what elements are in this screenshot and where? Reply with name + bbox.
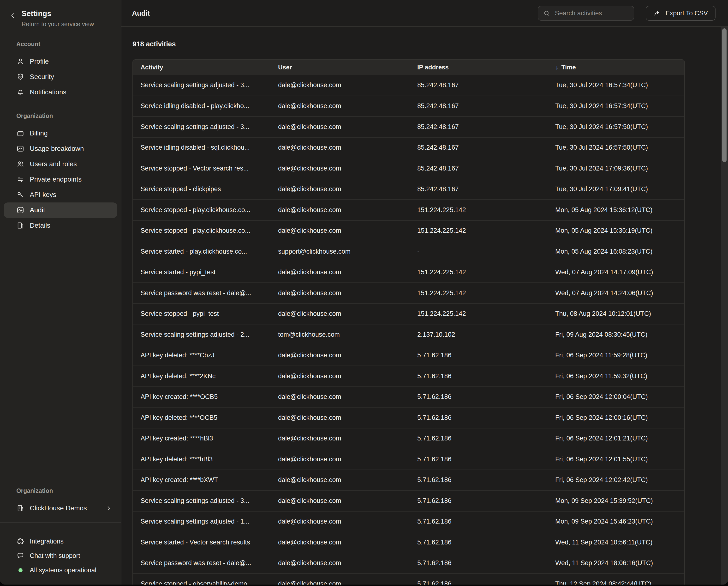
cell-activity: API key created: ****bXWT bbox=[133, 476, 270, 484]
cell-user: dale@clickhouse.com bbox=[270, 81, 410, 89]
column-header-label: User bbox=[278, 64, 292, 71]
sidebar-item-details[interactable]: Details bbox=[4, 218, 117, 233]
table-row[interactable]: API key deleted: ****CbzJdale@clickhouse… bbox=[133, 345, 684, 366]
sidebar-item-label: Usage breakdown bbox=[30, 145, 84, 152]
cell-time: Tue, 30 Jul 2024 16:57:50(UTC) bbox=[548, 144, 684, 151]
table-row[interactable]: API key deleted: ****hBl3dale@clickhouse… bbox=[133, 449, 684, 469]
table-row[interactable]: Service stopped - play.clickhouse.co...d… bbox=[133, 199, 684, 220]
table-row[interactable]: Service scaling settings adjusted - 3...… bbox=[133, 116, 684, 137]
table-row[interactable]: Service started - pypi_testdale@clickhou… bbox=[133, 262, 684, 283]
sidebar-item-label: Private endpoints bbox=[30, 175, 82, 183]
cell-activity: Service password was reset - dale@... bbox=[133, 559, 270, 567]
sidebar-item-profile[interactable]: Profile bbox=[4, 54, 117, 69]
sidebar-item-label: Notifications bbox=[30, 89, 67, 96]
cell-time: Wed, 11 Sep 2024 10:56:11(UTC) bbox=[548, 539, 684, 546]
sidebar-item-audit[interactable]: Audit bbox=[4, 202, 117, 218]
cell-user: dale@clickhouse.com bbox=[270, 456, 410, 463]
cell-activity: Service started - pypi_test bbox=[133, 269, 270, 276]
sidebar-item-chat-with-support[interactable]: Chat with support bbox=[4, 548, 117, 563]
column-header-time[interactable]: ↓Time bbox=[548, 64, 684, 71]
sidebar-section-label-organization: Organization bbox=[16, 488, 121, 494]
sidebar-item-private-endpoints[interactable]: Private endpoints bbox=[4, 172, 117, 187]
sidebar-item-notifications[interactable]: Notifications bbox=[4, 84, 117, 100]
cell-time: Mon, 09 Sep 2024 15:39:52(UTC) bbox=[548, 497, 684, 505]
cell-activity: Service stopped - observability-demo bbox=[133, 580, 270, 585]
table-row[interactable]: Service stopped - clickpipesdale@clickho… bbox=[133, 179, 684, 200]
cell-time: Mon, 09 Sep 2024 15:46:23(UTC) bbox=[548, 518, 684, 525]
vertical-scrollbar-track[interactable] bbox=[721, 27, 728, 585]
table-row[interactable]: Service started - play.clickhouse.co...s… bbox=[133, 241, 684, 262]
sidebar-spacer bbox=[0, 233, 121, 475]
table-row[interactable]: Service idling disabled - play.clickho..… bbox=[133, 96, 684, 117]
table-row[interactable]: Service scaling settings adjusted - 3...… bbox=[133, 490, 684, 511]
cell-user: dale@clickhouse.com bbox=[270, 227, 410, 235]
table-row[interactable]: API key created: ****hBl3dale@clickhouse… bbox=[133, 428, 684, 449]
cell-ip: 151.224.225.142 bbox=[410, 289, 548, 297]
table-row[interactable]: Service started - Vector search resultsd… bbox=[133, 532, 684, 553]
column-header-ip[interactable]: IP address bbox=[410, 64, 548, 71]
page-header: Audit Export To CSV bbox=[122, 0, 728, 27]
activities-count: 918 activities bbox=[132, 40, 728, 48]
table-row[interactable]: API key deleted: ****OCB5dale@clickhouse… bbox=[133, 407, 684, 428]
cell-ip: 2.137.10.102 bbox=[410, 331, 548, 338]
cell-user: dale@clickhouse.com bbox=[270, 165, 410, 172]
table-row[interactable]: Service password was reset - dale@...dal… bbox=[133, 283, 684, 303]
cell-ip: 85.242.48.167 bbox=[410, 123, 548, 131]
sidebar-item-usage-breakdown[interactable]: Usage breakdown bbox=[4, 141, 117, 156]
sidebar-item-integrations[interactable]: Integrations bbox=[4, 534, 117, 548]
table-row[interactable]: Service scaling settings adjusted - 1...… bbox=[133, 511, 684, 532]
chart-icon bbox=[16, 145, 24, 153]
puzzle-icon bbox=[16, 537, 24, 545]
cell-time: Fri, 06 Sep 2024 12:01:21(UTC) bbox=[548, 435, 684, 442]
search-input[interactable] bbox=[554, 9, 629, 17]
cell-time: Thu, 08 Aug 2024 10:12:01(UTC) bbox=[548, 310, 684, 317]
org-switcher-clickhouse-demos[interactable]: ClickHouse Demos bbox=[4, 500, 117, 516]
sidebar-item-label: Profile bbox=[30, 58, 49, 65]
table-row[interactable]: API key created: ****OCB5dale@clickhouse… bbox=[133, 386, 684, 407]
sidebar-item-billing[interactable]: Billing bbox=[4, 126, 117, 141]
sidebar-item-system-status[interactable]: All systems operational bbox=[4, 563, 117, 577]
sidebar-item-api-keys[interactable]: API keys bbox=[4, 187, 117, 202]
sidebar-section-label: Organization bbox=[16, 113, 121, 119]
column-header-user[interactable]: User bbox=[270, 64, 410, 71]
return-to-service-link[interactable]: Return to your service view bbox=[22, 21, 114, 27]
vertical-scrollbar-thumb[interactable] bbox=[722, 28, 727, 162]
cell-ip: 85.242.48.167 bbox=[410, 81, 548, 89]
table-row[interactable]: Service scaling settings adjusted - 2...… bbox=[133, 324, 684, 345]
table-row[interactable]: Service scaling settings adjusted - 3...… bbox=[133, 75, 684, 96]
table-row[interactable]: API key deleted: ****2KNcdale@clickhouse… bbox=[133, 366, 684, 386]
table-header-row: ActivityUserIP address↓Time bbox=[133, 60, 684, 75]
cell-ip: 5.71.62.186 bbox=[410, 539, 548, 546]
app-window: Settings Return to your service view Acc… bbox=[0, 0, 728, 585]
cell-user: dale@clickhouse.com bbox=[270, 580, 410, 585]
page-title: Audit bbox=[132, 9, 526, 17]
cell-time: Fri, 06 Sep 2024 12:00:16(UTC) bbox=[548, 414, 684, 421]
table-row[interactable]: Service stopped - Vector search res...da… bbox=[133, 158, 684, 179]
table-row[interactable]: Service stopped - pypi_testdale@clickhou… bbox=[133, 303, 684, 324]
cell-time: Thu, 12 Sep 2024 08:42:44(UTC) bbox=[548, 580, 684, 585]
table-row[interactable]: Service password was reset - dale@...dal… bbox=[133, 553, 684, 573]
table-row[interactable]: API key created: ****bXWTdale@clickhouse… bbox=[133, 469, 684, 490]
cell-activity: Service scaling settings adjusted - 2... bbox=[133, 331, 270, 338]
table-row[interactable]: Service idling disabled - sql.clickhou..… bbox=[133, 137, 684, 158]
back-chevron-icon[interactable] bbox=[9, 11, 17, 20]
sidebar-item-list: ProfileSecurityNotifications bbox=[0, 54, 121, 100]
settings-title: Settings bbox=[22, 9, 114, 18]
swap-arrows-icon bbox=[16, 175, 24, 184]
column-header-label: Activity bbox=[140, 64, 163, 71]
cell-ip: 5.71.62.186 bbox=[410, 372, 548, 380]
sidebar-item-security[interactable]: Security bbox=[4, 69, 117, 84]
table-row[interactable]: Service stopped - play.clickhouse.co...d… bbox=[133, 220, 684, 241]
chevron-right-icon bbox=[105, 505, 112, 512]
cell-ip: 151.224.225.142 bbox=[410, 310, 548, 317]
sidebar-item-users-and-roles[interactable]: Users and roles bbox=[4, 156, 117, 172]
table-row[interactable]: Service stopped - observability-demodale… bbox=[133, 573, 684, 585]
export-to-csv-button[interactable]: Export To CSV bbox=[646, 6, 716, 21]
cell-user: dale@clickhouse.com bbox=[270, 186, 410, 193]
search-icon bbox=[543, 9, 550, 17]
user-icon bbox=[16, 57, 24, 66]
cell-time: Mon, 05 Aug 2024 16:08:23(UTC) bbox=[548, 248, 684, 255]
cell-user: dale@clickhouse.com bbox=[270, 372, 410, 380]
column-header-activity[interactable]: Activity bbox=[133, 64, 270, 71]
sidebar-bottom: Organization ClickHouse Demos Integratio… bbox=[0, 475, 121, 585]
